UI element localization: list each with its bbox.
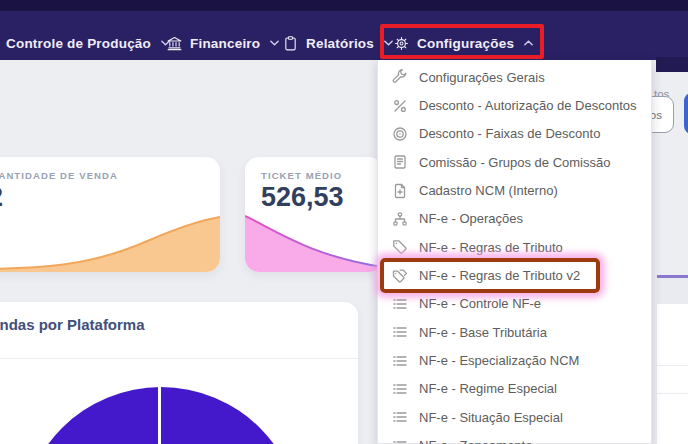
vendas-por-plataforma-card: Vendas por Plataforma [0, 302, 358, 444]
menu-item-nf-e-regras-de-tributo-v2[interactable]: NF-e - Regras de Tributo v2 [378, 261, 651, 289]
top-nav: Controle de Produção Financeiro Relatóri… [0, 0, 688, 60]
nav-item-label: Financeiro [190, 36, 260, 51]
menu-item-desconto-autoriza-o-de-descontos[interactable]: Desconto - Autorização de Descontos [378, 91, 651, 119]
menu-item-nf-e-base-tribut-ria[interactable]: NF-e - Base Tributária [378, 318, 651, 346]
list-icon [392, 381, 408, 397]
list-icon [392, 409, 408, 425]
nav-item-label: Configurações [417, 36, 514, 51]
list-icon [392, 353, 408, 369]
menu-item-nf-e-regras-de-tributo[interactable]: NF-e - Regras de Tributo [378, 233, 651, 261]
chevron-up-icon [523, 38, 534, 48]
menu-item-desconto-faixas-de-desconto[interactable]: Desconto - Faixas de Desconto [378, 120, 651, 148]
menu-item-label: Comissão - Grupos de Comissão [419, 155, 610, 170]
list-icon [392, 324, 408, 340]
pie-slice-divider [158, 387, 161, 444]
nav-top-strip [0, 0, 688, 11]
nav-item-relatorios[interactable]: Relatórios [282, 30, 394, 56]
list-icon [392, 438, 408, 444]
menu-item-comiss-o-grupos-de-comiss-o[interactable]: Comissão - Grupos de Comissão [378, 148, 651, 176]
menu-item-label: NF-e - Regras de Tributo [419, 240, 563, 255]
menu-item-label: NF-e - Regime Especial [419, 381, 557, 396]
menu-item-label: Desconto - Faixas de Desconto [419, 126, 600, 141]
kpi-card-value: 526,53 [261, 182, 344, 213]
sitemap-icon [392, 211, 408, 227]
target-icon [392, 126, 408, 142]
menu-item-label: NF-e - Base Tributária [419, 325, 547, 340]
menu-item-nf-e-situa-o-especial[interactable]: NF-e - Situação Especial [378, 403, 651, 431]
menu-item-nf-e-especializa-o-ncm[interactable]: NF-e - Especialização NCM [378, 346, 651, 374]
gear-icon [393, 35, 410, 52]
background-table-card [657, 275, 688, 444]
document-icon [392, 154, 408, 170]
divider [0, 358, 358, 359]
nav-item-configuracoes[interactable]: Configurações [393, 30, 534, 56]
kpi-card-title: QUANTIDADE DE VENDA [0, 170, 118, 181]
percent-icon [392, 98, 408, 114]
chevron-down-icon [269, 38, 280, 48]
wrench-icon [392, 69, 408, 85]
blue-action-button[interactable] [684, 93, 688, 134]
kpi-card-title: TICKET MÉDIO [261, 170, 342, 181]
area-sparkline-orange [0, 214, 220, 272]
menu-item-label: Configurações Gerais [419, 70, 545, 85]
list-icon [392, 296, 408, 312]
platform-pie-chart [21, 387, 301, 444]
nav-item-label: Relatórios [306, 36, 374, 51]
nav-item-controle-de-producao[interactable]: Controle de Produção [6, 30, 171, 56]
nav-corner-block [656, 57, 688, 72]
menu-item-nf-e-regime-especial[interactable]: NF-e - Regime Especial [378, 375, 651, 403]
menu-item-label: Cadastro NCM (Interno) [419, 183, 558, 198]
nav-item-financeiro[interactable]: Financeiro [166, 30, 280, 56]
clipboard-icon [282, 35, 299, 52]
menu-item-label: NF-e - Situação Especial [419, 410, 563, 425]
configuracoes-dropdown-menu: Configurações GeraisDesconto - Autorizaç… [377, 60, 652, 444]
menu-item-cadastro-ncm-interno[interactable]: Cadastro NCM (Interno) [378, 176, 651, 204]
kpi-card-quantidade-de-venda: QUANTIDADE DE VENDA 2 [0, 157, 220, 272]
nav-item-label: Controle de Produção [6, 36, 151, 51]
menu-item-label: NF-e - Regras de Tributo v2 [419, 268, 580, 283]
menu-item-nf-e-zoneamento[interactable]: NF-e - Zoneamento [378, 431, 651, 444]
area-sparkline-pink [245, 214, 383, 272]
table-header-band [657, 278, 688, 304]
menu-item-nf-e-controle-nf-e[interactable]: NF-e - Controle NF-e [378, 290, 651, 318]
kpi-card-ticket-medio: TICKET MÉDIO 526,53 [245, 157, 383, 272]
platform-card-title: Vendas por Plataforma [0, 316, 145, 333]
menu-item-nf-e-opera-es[interactable]: NF-e - Operações [378, 205, 651, 233]
menu-item-label: Desconto - Autorização de Descontos [419, 98, 637, 113]
bank-icon [166, 35, 183, 52]
menu-item-label: NF-e - Operações [419, 211, 523, 226]
menu-item-configura-es-gerais[interactable]: Configurações Gerais [378, 63, 651, 91]
tag-icon [392, 239, 408, 255]
table-row-divider [657, 365, 688, 366]
menu-item-label: NF-e - Especialização NCM [419, 353, 579, 368]
table-row-divider [657, 393, 688, 394]
menu-item-label: NF-e - Zoneamento [419, 438, 532, 444]
menu-item-label: NF-e - Controle NF-e [419, 296, 541, 311]
file-plus-icon [392, 183, 408, 199]
kpi-card-value: 2 [0, 182, 3, 213]
tags-icon [392, 268, 408, 284]
